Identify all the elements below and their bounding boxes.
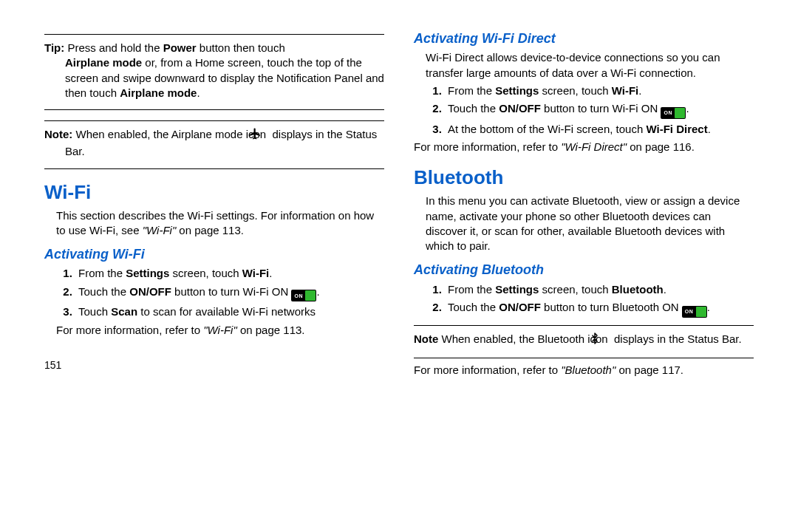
bluetooth-intro: In this menu you can activate Bluetooth,… bbox=[414, 194, 754, 253]
text: Touch the bbox=[448, 301, 499, 313]
text: For more information, refer to bbox=[414, 140, 561, 153]
text: Touch the bbox=[448, 102, 499, 115]
text: button then touch bbox=[197, 41, 285, 54]
text: "Bluetooth" bbox=[561, 364, 615, 376]
list-item: From the Settings screen, touch Wi-Fi. bbox=[445, 83, 754, 98]
text: Airplane mode bbox=[65, 56, 142, 69]
text: From the bbox=[78, 267, 126, 279]
text: on page 117. bbox=[615, 364, 683, 376]
text: . bbox=[707, 301, 710, 313]
bt-note-box: Note When enabled, the Bluetooth icon di… bbox=[414, 330, 754, 353]
text: From the bbox=[448, 84, 495, 97]
text: Press and hold the bbox=[64, 41, 163, 54]
text: Bluetooth bbox=[612, 283, 664, 296]
rule bbox=[44, 120, 384, 121]
list-item: From the Settings screen, touch Bluetoot… bbox=[445, 282, 754, 297]
heading-activating-bluetooth: Activating Bluetooth bbox=[414, 261, 754, 279]
text: on page 113. bbox=[237, 324, 305, 336]
text: Touch the bbox=[78, 285, 129, 298]
left-column: Tip: Press and hold the Power button the… bbox=[44, 30, 384, 381]
text: to scan for available Wi-Fi networks bbox=[137, 305, 316, 318]
heading-bluetooth: Bluetooth bbox=[414, 165, 754, 191]
text: When enabled, the Bluetooth icon bbox=[438, 332, 611, 345]
direct-moreinfo: For more information, refer to "Wi-Fi Di… bbox=[414, 140, 754, 154]
wifi-intro: This section describes the Wi-Fi setting… bbox=[44, 208, 384, 239]
text: . bbox=[638, 84, 641, 97]
text: button to turn Wi-Fi ON bbox=[541, 102, 661, 115]
text: "Wi-Fi" bbox=[143, 224, 177, 236]
tip-label: Tip: bbox=[44, 41, 64, 54]
text: screen, touch bbox=[539, 84, 611, 97]
list-item: Touch the ON/OFF button to turn Wi-Fi ON… bbox=[445, 101, 754, 119]
page-number: 151 bbox=[44, 358, 384, 372]
page-columns: Tip: Press and hold the Power button the… bbox=[44, 30, 754, 381]
text: Airplane mode bbox=[120, 86, 197, 99]
text: When enabled, the Airplane mode icon bbox=[72, 128, 269, 140]
note-box: Note: When enabled, the Airplane mode ic… bbox=[44, 126, 384, 164]
text: . bbox=[197, 86, 200, 99]
text: Touch bbox=[78, 305, 111, 318]
heading-wifi-direct: Activating Wi-Fi Direct bbox=[414, 30, 754, 47]
right-column: Activating Wi-Fi Direct Wi-Fi Direct all… bbox=[414, 30, 754, 381]
wifi-steps: From the Settings screen, touch Wi-Fi. T… bbox=[44, 266, 384, 319]
text: . bbox=[316, 285, 319, 298]
text: ON/OFF bbox=[129, 285, 171, 298]
text: For more information, refer to bbox=[414, 364, 561, 376]
text: . bbox=[686, 102, 689, 115]
note-label: Note: bbox=[44, 128, 72, 140]
rule bbox=[44, 168, 384, 169]
text: For more information, refer to bbox=[56, 324, 203, 336]
text: Wi-Fi bbox=[612, 84, 639, 97]
direct-intro: Wi-Fi Direct allows device-to-device con… bbox=[414, 50, 754, 81]
text: button to turn Wi-Fi ON bbox=[171, 285, 292, 298]
toggle-label: ON bbox=[664, 109, 672, 116]
list-item: Touch the ON/OFF button to turn Wi-Fi ON… bbox=[75, 284, 384, 302]
text: ON/OFF bbox=[499, 102, 541, 115]
on-toggle-icon: ON bbox=[661, 107, 686, 119]
direct-steps: From the Settings screen, touch Wi-Fi. T… bbox=[414, 83, 754, 137]
rule bbox=[414, 325, 754, 326]
wifi-moreinfo: For more information, refer to "Wi-Fi" o… bbox=[44, 323, 384, 338]
bluetooth-moreinfo: For more information, refer to "Bluetoot… bbox=[414, 363, 754, 378]
text: Power bbox=[163, 41, 197, 54]
text: on page 116. bbox=[627, 140, 695, 153]
text: Scan bbox=[111, 305, 137, 318]
toggle-label: ON bbox=[294, 293, 303, 299]
text: . bbox=[269, 267, 272, 279]
bluetooth-steps: From the Settings screen, touch Bluetoot… bbox=[414, 282, 754, 318]
text: At the bottom of the Wi-Fi screen, touch bbox=[448, 123, 646, 135]
on-toggle-icon: ON bbox=[682, 306, 707, 318]
text: "Wi-Fi Direct" bbox=[561, 140, 627, 153]
heading-wifi: Wi-Fi bbox=[44, 180, 384, 205]
tip-box: Tip: Press and hold the Power button the… bbox=[44, 39, 384, 105]
text: Settings bbox=[126, 267, 169, 279]
toggle-label: ON bbox=[685, 308, 694, 315]
list-item: From the Settings screen, touch Wi-Fi. bbox=[75, 266, 384, 281]
text: . bbox=[708, 123, 711, 135]
text: . bbox=[664, 283, 666, 296]
text: displays in the Status Bar. bbox=[614, 332, 742, 345]
list-item: Touch Scan to scan for available Wi-Fi n… bbox=[75, 304, 384, 319]
text: screen, touch bbox=[539, 283, 611, 296]
list-item: Touch the ON/OFF button to turn Bluetoot… bbox=[445, 300, 754, 318]
text: ON/OFF bbox=[499, 301, 541, 313]
rule bbox=[44, 109, 384, 110]
text: Settings bbox=[495, 84, 539, 97]
on-toggle-icon: ON bbox=[291, 290, 316, 301]
text: Settings bbox=[495, 283, 539, 296]
text: on page 113. bbox=[176, 224, 244, 236]
text: screen, touch bbox=[169, 267, 242, 279]
list-item: At the bottom of the Wi-Fi screen, touch… bbox=[445, 122, 754, 137]
note-label: Note bbox=[414, 332, 438, 345]
text: Wi-Fi Direct bbox=[646, 123, 707, 135]
heading-activating-wifi: Activating Wi-Fi bbox=[44, 245, 384, 263]
rule bbox=[44, 34, 384, 35]
text: Wi-Fi bbox=[242, 267, 270, 279]
rule bbox=[414, 358, 754, 358]
text: From the bbox=[448, 283, 495, 296]
text: button to turn Bluetooth ON bbox=[541, 301, 682, 313]
text: "Wi-Fi" bbox=[203, 324, 237, 336]
